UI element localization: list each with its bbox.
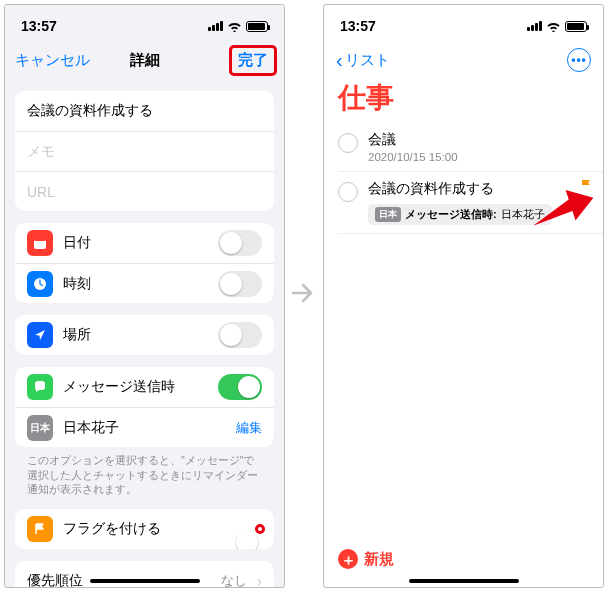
location-label: 場所 (63, 326, 208, 344)
time-row[interactable]: 時刻 (15, 263, 274, 303)
location-row[interactable]: 場所 (15, 315, 274, 355)
date-label: 日付 (63, 234, 208, 252)
memo-placeholder: メモ (27, 143, 55, 161)
svg-rect-1 (34, 238, 46, 241)
done-button[interactable]: 完了 (232, 48, 274, 73)
more-button[interactable]: ••• (567, 48, 591, 72)
date-toggle[interactable] (218, 230, 262, 256)
wifi-icon (546, 21, 561, 32)
status-bar: 13:57 (324, 5, 603, 41)
title-input[interactable] (27, 103, 262, 119)
wifi-icon (227, 21, 242, 32)
status-indicators (208, 21, 268, 32)
contact-avatar-icon: 日本 (27, 415, 53, 441)
reminder-title: 会議 (368, 131, 595, 149)
ellipsis-icon: ••• (571, 53, 587, 67)
priority-value: なし (221, 572, 247, 587)
messaging-footnote: このオプションを選択すると、"メッセージ"で選択した人とチャットするときにリマイ… (15, 447, 274, 497)
back-button[interactable]: ‹ リスト (336, 50, 390, 70)
reminder-title: 会議の資料作成する (368, 180, 595, 198)
battery-icon (246, 21, 268, 32)
messaging-row[interactable]: メッセージ送信時 (15, 367, 274, 407)
nav-bar: キャンセル 詳細 完了 (5, 41, 284, 79)
flag-row[interactable]: フラグを付ける (15, 509, 274, 549)
status-bar: 13:57 (5, 5, 284, 41)
reminders-list: 会議 2020/10/15 15:00 会議の資料作成する 日本 メッセージ送信… (324, 123, 603, 234)
plus-icon: ＋ (338, 549, 358, 569)
chip-label: メッセージ送信時: (405, 207, 497, 222)
status-indicators (527, 21, 587, 32)
detail-form: メモ URL 日付 時刻 (5, 79, 284, 587)
signal-icon (527, 21, 542, 31)
status-time: 13:57 (21, 18, 57, 34)
complete-circle[interactable] (338, 133, 358, 153)
flag-icon (579, 178, 593, 196)
list-title: 仕事 (324, 79, 603, 123)
back-label: リスト (345, 51, 390, 70)
home-indicator (409, 579, 519, 583)
messaging-label: メッセージ送信時 (63, 378, 208, 396)
reminder-chip: 日本 メッセージ送信時: 日本花子 (368, 204, 552, 225)
battery-icon (565, 21, 587, 32)
signal-icon (208, 21, 223, 31)
reminder-item[interactable]: 会議 2020/10/15 15:00 (338, 123, 603, 172)
transition-arrow-icon (285, 278, 323, 315)
complete-circle[interactable] (338, 182, 358, 202)
edit-contact-button[interactable]: 編集 (236, 419, 262, 437)
nav-bar: ‹ リスト ••• (324, 41, 603, 79)
right-phone: 13:57 ‹ リスト ••• 仕事 会議 2020/10/15 15:0 (323, 4, 604, 588)
messaging-toggle[interactable] (218, 374, 262, 400)
left-phone: 13:57 キャンセル 詳細 完了 メモ URL (4, 4, 285, 588)
date-row[interactable]: 日付 (15, 223, 274, 263)
clock-icon (27, 271, 53, 297)
memo-row[interactable]: メモ (15, 131, 274, 171)
time-label: 時刻 (63, 275, 208, 293)
chip-value: 日本花子 (501, 207, 545, 222)
title-row[interactable] (15, 91, 274, 131)
reminder-item[interactable]: 会議の資料作成する 日本 メッセージ送信時: 日本花子 (338, 172, 603, 234)
location-icon (27, 322, 53, 348)
new-label: 新規 (364, 550, 394, 569)
chevron-left-icon: ‹ (336, 50, 343, 70)
flag-label: フラグを付ける (63, 520, 248, 538)
flag-toggle-highlight (258, 527, 262, 531)
contact-name: 日本花子 (63, 419, 226, 437)
home-indicator (90, 579, 200, 583)
calendar-icon (27, 230, 53, 256)
status-time: 13:57 (340, 18, 376, 34)
chevron-right-icon: › (257, 573, 262, 587)
new-reminder-button[interactable]: ＋ 新規 (338, 549, 394, 569)
contact-row[interactable]: 日本 日本花子 編集 (15, 407, 274, 447)
priority-row[interactable]: 優先順位 なし › (15, 561, 274, 587)
flag-icon (27, 516, 53, 542)
reminder-subtitle: 2020/10/15 15:00 (368, 151, 595, 163)
chip-avatar-icon: 日本 (375, 207, 401, 222)
url-placeholder: URL (27, 184, 55, 200)
message-icon (27, 374, 53, 400)
url-row[interactable]: URL (15, 171, 274, 211)
location-toggle[interactable] (218, 322, 262, 348)
time-toggle[interactable] (218, 271, 262, 297)
cancel-button[interactable]: キャンセル (15, 51, 90, 70)
